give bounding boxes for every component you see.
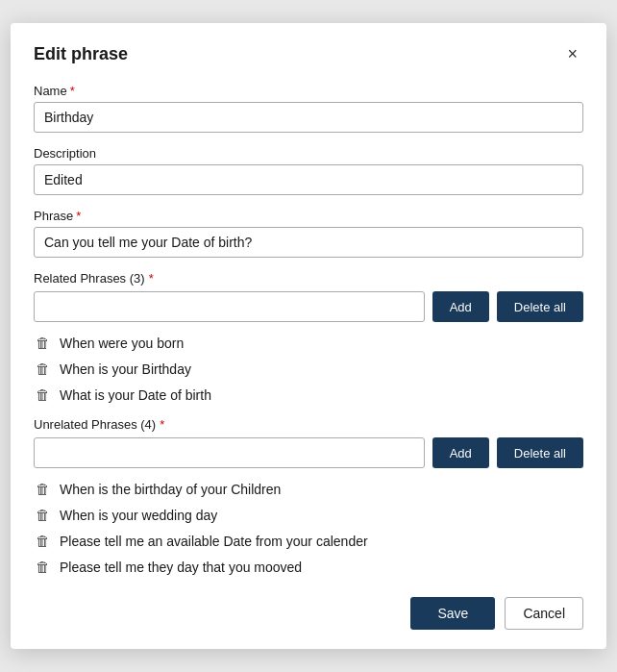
related-required-star: * [149, 271, 154, 286]
related-item-1-text: When were you born [60, 336, 184, 351]
delete-related-item-2-icon[interactable]: 🗑 [36, 361, 50, 377]
related-item-2-text: When is your Birthday [60, 361, 191, 377]
edit-phrase-dialog: Edit phrase × Name * Description Phrase … [11, 23, 606, 649]
phrase-label: Phrase * [34, 209, 583, 223]
description-label: Description [34, 146, 583, 161]
related-phrases-list: 🗑 When were you born 🗑 When is your Birt… [34, 330, 583, 408]
list-item: 🗑 Please tell me they day that you moove… [34, 554, 583, 580]
delete-unrelated-item-3-icon[interactable]: 🗑 [36, 533, 50, 549]
delete-unrelated-item-1-icon[interactable]: 🗑 [36, 481, 50, 497]
delete-unrelated-item-4-icon[interactable]: 🗑 [36, 559, 50, 575]
description-input[interactable] [34, 164, 583, 195]
description-field-group: Description [34, 146, 583, 195]
name-required-star: * [70, 84, 75, 98]
name-input[interactable] [34, 102, 583, 133]
phrase-required-star: * [76, 209, 81, 223]
dialog-header: Edit phrase × [34, 42, 583, 66]
related-phrase-input[interactable] [34, 291, 425, 322]
unrelated-delete-all-button[interactable]: Delete all [497, 437, 583, 468]
unrelated-item-1-text: When is the birthday of your Children [60, 482, 281, 497]
list-item: 🗑 When is the birthday of your Children [34, 476, 583, 502]
unrelated-phrases-label: Unrelated Phrases (4) * [34, 417, 583, 432]
save-button[interactable]: Save [410, 597, 495, 630]
close-button[interactable]: × [561, 42, 583, 66]
related-add-row: Add Delete all [34, 291, 583, 322]
related-delete-all-button[interactable]: Delete all [497, 291, 583, 322]
related-item-3-text: What is your Date of birth [60, 387, 211, 403]
related-phrases-label: Related Phrases (3) * [34, 271, 583, 286]
unrelated-required-star: * [160, 417, 164, 432]
cancel-button[interactable]: Cancel [505, 597, 583, 630]
name-field-group: Name * [34, 84, 583, 133]
unrelated-item-4-text: Please tell me they day that you mooved [60, 560, 302, 575]
unrelated-add-row: Add Delete all [34, 437, 583, 468]
delete-related-item-1-icon[interactable]: 🗑 [36, 335, 50, 351]
name-label: Name * [34, 84, 583, 98]
phrase-field-group: Phrase * [34, 209, 583, 258]
unrelated-phrases-list: 🗑 When is the birthday of your Children … [34, 476, 583, 580]
list-item: 🗑 What is your Date of birth [34, 382, 583, 408]
list-item: 🗑 When is your Birthday [34, 356, 583, 382]
list-item: 🗑 When were you born [34, 330, 583, 356]
unrelated-phrase-input[interactable] [34, 437, 425, 468]
dialog-title: Edit phrase [34, 44, 128, 64]
list-item: 🗑 Please tell me an available Date from … [34, 528, 583, 554]
dialog-footer: Save Cancel [34, 597, 583, 630]
unrelated-add-button[interactable]: Add [432, 437, 489, 468]
unrelated-item-2-text: When is your wedding day [60, 508, 217, 523]
unrelated-item-3-text: Please tell me an available Date from yo… [60, 534, 368, 549]
phrase-input[interactable] [34, 227, 583, 258]
delete-unrelated-item-2-icon[interactable]: 🗑 [36, 507, 50, 523]
list-item: 🗑 When is your wedding day [34, 502, 583, 528]
delete-related-item-3-icon[interactable]: 🗑 [36, 386, 50, 403]
related-add-button[interactable]: Add [432, 291, 489, 322]
